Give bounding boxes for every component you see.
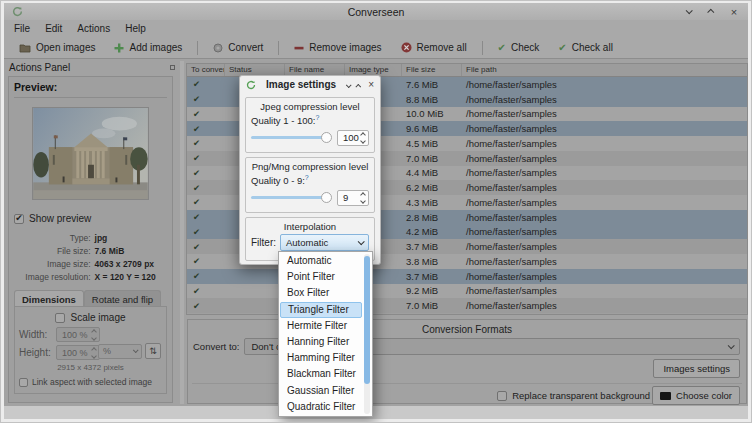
header-file-path[interactable]: File path <box>462 64 747 76</box>
table-row[interactable]: ✔7.0 MiB/home/faster/samples <box>187 298 747 313</box>
show-preview-label: Show preview <box>29 213 91 224</box>
convert-button[interactable]: Convert <box>205 40 271 55</box>
dialog-maximize-icon[interactable] <box>357 79 361 90</box>
cell-to-convert: ✔ <box>187 138 225 148</box>
jpeg-quality-spinbox[interactable]: 100 <box>337 130 369 146</box>
cell-to-convert: ✔ <box>187 227 225 237</box>
table-row[interactable]: ✔9.2 MiB/home/faster/samples <box>187 284 747 299</box>
link-aspect-checkbox[interactable]: Link aspect with selected image <box>19 377 162 387</box>
filter-option[interactable]: Point Filter <box>280 269 362 285</box>
info-label: Image resolution: <box>25 272 90 282</box>
help-icon[interactable]: ? <box>315 114 319 121</box>
toolbar-separator <box>197 41 198 55</box>
check-icon: ✔ <box>558 42 566 53</box>
info-label: Type: <box>25 233 90 243</box>
cell-file-path: /home/faster/samples <box>462 241 747 252</box>
image-info: Type: jpg File size: 7.6 MiB Image size:… <box>14 233 167 282</box>
table-row[interactable]: ✔3.7 MiB/home/faster/samples <box>187 269 747 284</box>
slider-handle[interactable] <box>321 192 332 203</box>
height-spinner[interactable]: 100 % <box>56 345 100 360</box>
replace-transparent-checkbox[interactable]: Replace transparent background <box>497 390 650 401</box>
help-icon[interactable]: ? <box>305 174 309 181</box>
cell-file-path: /home/faster/samples <box>462 167 747 178</box>
scale-image-label: Scale image <box>70 312 125 323</box>
window-title: Converseen <box>4 6 748 18</box>
check-all-button[interactable]: ✔ Check all <box>550 40 621 55</box>
filter-option[interactable]: Hermite Filter <box>280 318 362 334</box>
dialog-title: Image settings <box>260 79 342 90</box>
filter-option[interactable]: Quadratic Filter <box>280 399 362 415</box>
filter-option[interactable]: Automatic <box>280 253 362 269</box>
cell-file-path: /home/faster/samples <box>462 256 747 267</box>
menu-item-edit[interactable]: Edit <box>45 23 62 34</box>
width-spinner[interactable]: 100 % <box>56 327 100 342</box>
filter-option[interactable]: Hanning Filter <box>280 334 362 350</box>
slider-handle[interactable] <box>321 132 332 143</box>
swap-dimensions-button[interactable]: ⇅ <box>145 343 161 359</box>
choose-color-button[interactable]: Choose color <box>652 386 740 405</box>
dialog-minimize-icon[interactable] <box>346 79 350 90</box>
cell-to-convert: ✔ <box>187 242 225 252</box>
panel-splitter[interactable] <box>180 61 184 404</box>
filter-option[interactable]: Box Filter <box>280 285 362 301</box>
scrollbar-thumb[interactable] <box>364 256 370 384</box>
header-file-size[interactable]: File size <box>402 64 462 76</box>
conversion-formats-title: Conversion Formats <box>188 324 746 335</box>
remove-all-button[interactable]: Remove all <box>393 40 475 55</box>
cell-file-path: /home/faster/samples <box>462 123 747 134</box>
status-strip <box>4 406 748 419</box>
tab-dimensions[interactable]: Dimensions <box>14 290 84 307</box>
info-label: File size: <box>25 246 90 256</box>
check-button[interactable]: ✔ Check <box>490 40 548 55</box>
divider <box>192 383 742 384</box>
dialog-titlebar[interactable]: Image settings × <box>240 76 380 93</box>
chevron-down-icon <box>358 238 365 245</box>
png-quality-slider[interactable] <box>251 191 332 204</box>
toolbar-separator <box>482 41 483 55</box>
filter-select[interactable]: Automatic <box>280 234 369 251</box>
add-images-button[interactable]: Add images <box>106 40 190 55</box>
open-images-button[interactable]: Open images <box>11 40 103 55</box>
menu-item-actions[interactable]: Actions <box>77 23 110 34</box>
cell-to-convert: ✔ <box>187 271 225 281</box>
png-quality-spinbox[interactable]: 9 <box>337 190 369 206</box>
filter-option[interactable]: Triangle Filter <box>280 302 362 318</box>
float-panel-icon[interactable] <box>170 65 175 70</box>
minimize-icon[interactable] <box>682 6 694 18</box>
scale-image-checkbox[interactable]: Scale image <box>19 312 162 323</box>
cell-file-size: 6.2 MiB <box>402 182 462 193</box>
jpeg-quality-slider[interactable] <box>251 131 332 144</box>
png-quality-label: Quality 0 - 9:? <box>251 174 369 186</box>
cell-to-convert: ✔ <box>187 94 225 104</box>
menu-item-help[interactable]: Help <box>125 23 146 34</box>
cell-file-path: /home/faster/samples <box>462 212 747 223</box>
interpolation-title: Interpolation <box>251 221 369 232</box>
menubar: File Edit Actions Help <box>4 20 748 37</box>
cell-file-path: /home/faster/samples <box>462 285 747 296</box>
info-value: 4063 x 2709 px <box>95 259 156 269</box>
cell-to-convert: ✔ <box>187 124 225 134</box>
filter-option[interactable]: Gaussian Filter <box>280 383 362 399</box>
unit-select[interactable]: % <box>98 344 142 359</box>
cell-file-size: 4.2 MiB <box>402 226 462 237</box>
images-settings-button[interactable]: Images settings <box>653 359 740 378</box>
cell-to-convert: ✔ <box>187 109 225 119</box>
cell-to-convert: ✔ <box>187 301 225 311</box>
spinner-arrows-icon <box>361 193 365 203</box>
jpeg-quality-label: Quality 1 - 100:? <box>251 114 369 126</box>
header-to-convert[interactable]: To convert <box>187 64 225 76</box>
remove-images-button[interactable]: Remove images <box>286 40 389 55</box>
close-icon[interactable]: × <box>728 6 740 18</box>
remove-all-icon <box>401 42 412 53</box>
tab-rotate-and-flip[interactable]: Rotate and flip <box>84 290 161 307</box>
maximize-icon[interactable] <box>705 6 717 18</box>
dialog-close-icon[interactable]: × <box>368 80 374 90</box>
cell-file-path: /home/faster/samples <box>462 226 747 237</box>
filter-option[interactable]: Blackman Filter <box>280 366 362 382</box>
show-preview-checkbox[interactable]: ✔ Show preview <box>14 213 167 224</box>
titlebar[interactable]: Converseen × <box>4 3 748 20</box>
filter-option[interactable]: Hamming Filter <box>280 350 362 366</box>
cell-file-size: 10.0 MiB <box>402 108 462 119</box>
jpeg-compression-group: Jpeg compression level Quality 1 - 100:?… <box>245 97 375 153</box>
menu-item-file[interactable]: File <box>14 23 30 34</box>
